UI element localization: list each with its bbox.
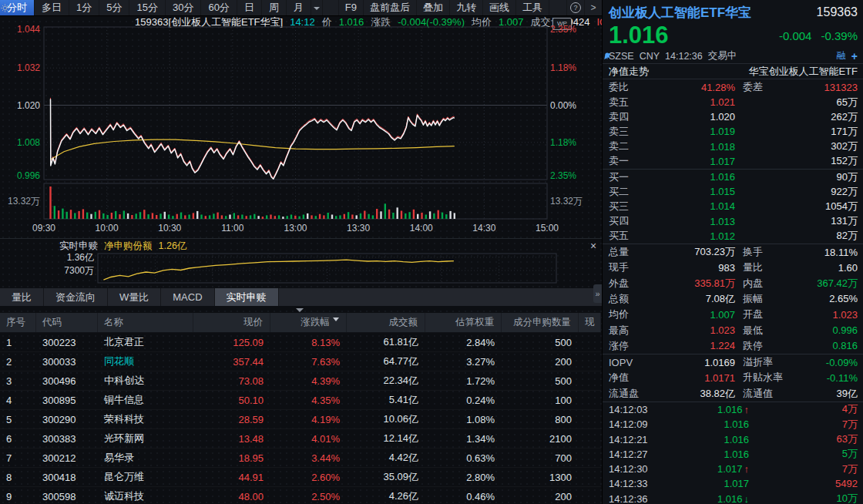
stat-value: 38.82亿 (649, 387, 735, 401)
cell-weight: 0.63% (425, 452, 502, 464)
cell-price: 44.91 (193, 472, 270, 483)
tool-button-画线[interactable]: 画线 (482, 0, 515, 15)
period-toolbar: 分时多日1分5分15分30分60分日周月 F9盘前盘后叠加九转画线工具 ? > (0, 0, 602, 16)
level-volume: 152万 (735, 154, 858, 168)
stat-label: 溢折率 (735, 355, 798, 369)
stat-value: 1.224 (649, 340, 735, 351)
period-tab-30分[interactable]: 30分 (166, 0, 201, 15)
nav-trend-row[interactable]: 净值走势 华宝创业板人工智能ETF (603, 64, 863, 79)
stat-row: 外盘335.81万内盘367.42万 (603, 275, 863, 291)
order-book-level[interactable]: 卖五1.02165万 (603, 95, 863, 109)
cell-qty: 200 (502, 491, 579, 502)
order-book-level[interactable]: 买五1.01282万 (603, 229, 863, 244)
cell-name: 诚迈科技 (98, 489, 193, 503)
tick-price: 1.016 (663, 418, 749, 430)
table-header-7[interactable]: 成分申购数量 (502, 313, 579, 332)
stat-value: 703.23万 (649, 245, 735, 259)
level-label: 买二 (609, 185, 643, 199)
table-row[interactable]: 3300496中科创达73.084.39%22.34亿1.72%500 (0, 371, 601, 391)
svg-text:14:00: 14:00 (410, 223, 433, 234)
indicator-tab-MACD[interactable]: MACD (161, 288, 214, 306)
indicator-tab-W量比[interactable]: W量比 (108, 288, 161, 306)
order-book-level[interactable]: 卖一1.017152万 (603, 154, 863, 169)
indicator-tab-资金流向[interactable]: 资金流向 (44, 288, 108, 306)
cell-seq: 1 (0, 337, 36, 348)
table-header-3[interactable]: 现价 (193, 313, 270, 332)
table-row[interactable]: 6300383光环新网13.484.01%12.14亿1.34%2100 (0, 429, 601, 449)
cell-change-pct: 2.60% (270, 472, 347, 483)
stat-value: -0.11% (798, 372, 858, 384)
table-row[interactable]: 8300418昆仑万维44.912.60%35.09亿2.80%1300 (0, 468, 601, 487)
tick-volume: 5万 (749, 447, 858, 461)
order-book-level[interactable]: 买二1.015922万 (603, 184, 863, 199)
cell-name: 易华录 (98, 451, 193, 465)
svg-text:11:00: 11:00 (221, 223, 243, 234)
stat-label: 开盘 (735, 307, 798, 321)
table-header-5[interactable]: 成交额 (347, 313, 425, 332)
help-button[interactable]: ? (566, 0, 584, 15)
stat-row: 净值1.0171升贴水率-0.11% (603, 370, 863, 385)
level-price: 1.017 (643, 156, 735, 167)
cell-seq: 3 (0, 375, 36, 387)
tick-time: 14:12:27 (609, 449, 663, 460)
alert-bell-icon[interactable] (603, 52, 612, 61)
stat-label: 外盘 (609, 277, 649, 291)
order-book-level[interactable]: 买一1.01690万 (603, 170, 863, 184)
add-to-watchlist-icon[interactable]: + (851, 50, 858, 62)
table-row[interactable]: 2300033同花顺357.447.63%64.77亿3.27%200 (0, 352, 601, 371)
margin-flag[interactable]: 融 (837, 49, 846, 62)
tool-button-F9[interactable]: F9 (338, 0, 363, 15)
table-header-2[interactable]: 名称 (98, 313, 193, 332)
quote-time: 14:12:36 (665, 51, 703, 62)
stat-row: IOPV1.0169溢折率-0.09% (603, 354, 863, 370)
table-header-0[interactable]: 序号 (0, 313, 36, 332)
period-tab-月[interactable]: 月 (287, 0, 311, 15)
table-header-4[interactable]: 涨跌幅 (270, 313, 347, 332)
tool-button-叠加[interactable]: 叠加 (416, 0, 449, 15)
table-row[interactable]: 9300598诚迈科技48.002.50%4.26亿0.46%200 (0, 487, 601, 504)
table-header-6[interactable]: 估算权重 (425, 313, 502, 332)
cell-code: 300290 (36, 414, 98, 425)
period-tab-15分[interactable]: 15分 (129, 0, 165, 15)
tick-time: 14:12:03 (609, 404, 663, 415)
order-book-level[interactable]: 卖二1.018302万 (603, 139, 863, 154)
period-tab-5分[interactable]: 5分 (99, 0, 129, 15)
cell-code: 300895 (36, 395, 98, 406)
last-price: 1.016 (609, 22, 669, 49)
order-book-level[interactable]: 买三1.0141054万 (603, 199, 863, 213)
period-tab-日[interactable]: 日 (237, 0, 262, 15)
table-row[interactable]: 4300895铜牛信息50.104.35%5.41亿0.24%100 (0, 391, 601, 410)
level-price: 1.013 (643, 216, 735, 227)
time-sales-list: 14:12:031.016↑4万14:12:091.0167万14:12:211… (603, 402, 863, 504)
indicator-tab-量比[interactable]: 量比 (0, 288, 44, 306)
level-volume: 65万 (735, 96, 858, 109)
table-row[interactable]: 7300212易华录18.953.44%4.42亿0.63%700 (0, 449, 601, 468)
panel-expand-handle[interactable]: » (593, 284, 602, 303)
order-book-level[interactable]: 卖四1.020262万 (603, 109, 863, 124)
period-tab-多日[interactable]: 多日 (35, 0, 69, 15)
cell-turnover: 61.81亿 (347, 335, 425, 349)
table-row[interactable]: 1300223北京君正125.098.13%61.81亿2.84%500 (0, 333, 601, 352)
tool-button-盘前盘后[interactable]: 盘前盘后 (363, 0, 416, 15)
order-book-level[interactable]: 卖三1.019171万 (603, 124, 863, 139)
toolbar-expand-button[interactable]: > (584, 0, 602, 15)
order-book-level[interactable]: 买四1.013131万 (603, 214, 863, 229)
table-header-1[interactable]: 代码 (36, 313, 98, 332)
period-tab-1分[interactable]: 1分 (69, 0, 99, 15)
intraday-chart[interactable]: 1.0441.0321.0201.0080.9962.35%1.18%0.00%… (0, 15, 602, 237)
svg-text:1.008: 1.008 (17, 137, 40, 148)
table-row[interactable]: 5300290荣科科技28.594.19%10.06亿1.08%800 (0, 410, 601, 429)
stat-label: 跌停 (735, 339, 798, 353)
nav-trend-label: 净值走势 (609, 65, 649, 79)
period-dropdown[interactable] (311, 0, 323, 15)
level-volume: 90万 (735, 170, 858, 184)
subscription-chart[interactable]: 1.36亿7300万 (0, 239, 602, 288)
period-tab-60分[interactable]: 60分 (201, 0, 237, 15)
indicator-tab-实时申赎[interactable]: 实时申赎 (215, 288, 279, 306)
period-tab-周[interactable]: 周 (262, 0, 287, 15)
table-header-8[interactable]: 现 (579, 313, 601, 332)
settings-button[interactable] (549, 0, 566, 15)
cell-seq: 9 (0, 491, 36, 502)
tool-button-工具[interactable]: 工具 (515, 0, 549, 15)
tool-button-九转[interactable]: 九转 (449, 0, 482, 15)
